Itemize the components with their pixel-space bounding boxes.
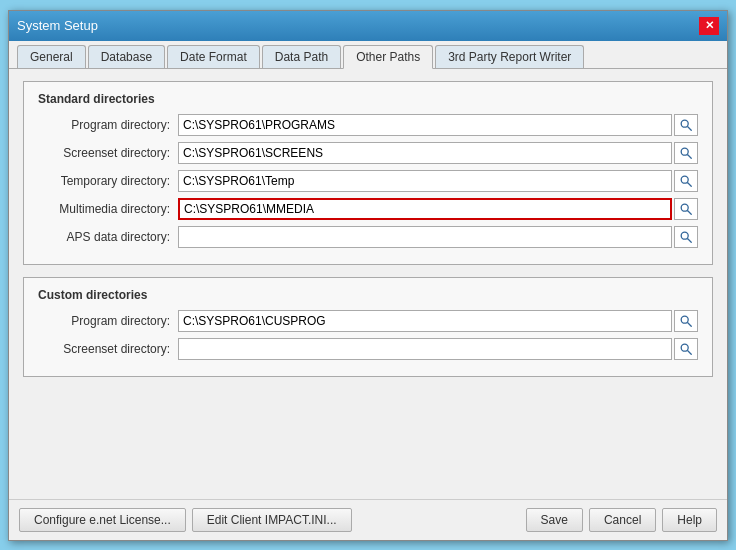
input-wrap-program-dir [178, 114, 698, 136]
tab-data-path[interactable]: Data Path [262, 45, 341, 68]
input-multimedia-dir[interactable] [178, 198, 672, 220]
input-custom-program-dir[interactable] [178, 310, 672, 332]
browse-button-aps-data-dir[interactable] [674, 226, 698, 248]
input-program-dir[interactable] [178, 114, 672, 136]
svg-line-3 [688, 154, 692, 158]
window-title: System Setup [17, 18, 98, 33]
form-row-custom-program-dir: Program directory: [38, 310, 698, 332]
form-row-custom-screenset-dir: Screenset directory: [38, 338, 698, 360]
cancel-button[interactable]: Cancel [589, 508, 656, 532]
input-wrap-multimedia-dir [178, 198, 698, 220]
browse-button-custom-program-dir[interactable] [674, 310, 698, 332]
browse-button-program-dir[interactable] [674, 114, 698, 136]
tab-other-paths[interactable]: Other Paths [343, 45, 433, 69]
bottom-bar: Configure e.net License... Edit Client I… [9, 499, 727, 540]
svg-line-9 [688, 238, 692, 242]
help-button[interactable]: Help [662, 508, 717, 532]
input-wrap-aps-data-dir [178, 226, 698, 248]
svg-line-7 [688, 210, 692, 214]
standard-directories-title: Standard directories [38, 92, 698, 106]
custom-directories-section: Custom directories Program directory: Sc… [23, 277, 713, 377]
configure-enet-button[interactable]: Configure e.net License... [19, 508, 186, 532]
input-temporary-dir[interactable] [178, 170, 672, 192]
svg-point-6 [681, 204, 688, 211]
system-setup-window: System Setup ✕ GeneralDatabaseDate Forma… [8, 10, 728, 541]
tab-content-other-paths: Standard directories Program directory: … [9, 69, 727, 499]
browse-button-multimedia-dir[interactable] [674, 198, 698, 220]
label-aps-data-dir: APS data directory: [38, 230, 178, 244]
standard-directories-section: Standard directories Program directory: … [23, 81, 713, 265]
svg-line-11 [688, 322, 692, 326]
input-aps-data-dir[interactable] [178, 226, 672, 248]
svg-line-5 [688, 182, 692, 186]
label-custom-screenset-dir: Screenset directory: [38, 342, 178, 356]
form-row-program-dir: Program directory: [38, 114, 698, 136]
browse-button-temporary-dir[interactable] [674, 170, 698, 192]
browse-button-screenset-dir[interactable] [674, 142, 698, 164]
custom-directories-title: Custom directories [38, 288, 698, 302]
input-custom-screenset-dir[interactable] [178, 338, 672, 360]
input-screenset-dir[interactable] [178, 142, 672, 164]
label-temporary-dir: Temporary directory: [38, 174, 178, 188]
svg-point-12 [681, 344, 688, 351]
svg-line-13 [688, 350, 692, 354]
form-row-aps-data-dir: APS data directory: [38, 226, 698, 248]
svg-point-2 [681, 148, 688, 155]
form-row-temporary-dir: Temporary directory: [38, 170, 698, 192]
tabs-bar: GeneralDatabaseDate FormatData PathOther… [9, 41, 727, 69]
browse-button-custom-screenset-dir[interactable] [674, 338, 698, 360]
form-row-multimedia-dir: Multimedia directory: [38, 198, 698, 220]
tab-3rd-party[interactable]: 3rd Party Report Writer [435, 45, 584, 68]
svg-point-4 [681, 176, 688, 183]
label-custom-program-dir: Program directory: [38, 314, 178, 328]
close-button[interactable]: ✕ [699, 17, 719, 35]
tab-general[interactable]: General [17, 45, 86, 68]
input-wrap-custom-screenset-dir [178, 338, 698, 360]
svg-point-10 [681, 316, 688, 323]
label-screenset-dir: Screenset directory: [38, 146, 178, 160]
svg-point-8 [681, 232, 688, 239]
tab-date-format[interactable]: Date Format [167, 45, 260, 68]
title-bar: System Setup ✕ [9, 11, 727, 41]
label-program-dir: Program directory: [38, 118, 178, 132]
input-wrap-screenset-dir [178, 142, 698, 164]
svg-line-1 [688, 126, 692, 130]
input-wrap-custom-program-dir [178, 310, 698, 332]
tab-database[interactable]: Database [88, 45, 165, 68]
edit-client-ini-button[interactable]: Edit Client IMPACT.INI... [192, 508, 352, 532]
save-button[interactable]: Save [526, 508, 583, 532]
label-multimedia-dir: Multimedia directory: [38, 202, 178, 216]
svg-point-0 [681, 120, 688, 127]
form-row-screenset-dir: Screenset directory: [38, 142, 698, 164]
input-wrap-temporary-dir [178, 170, 698, 192]
